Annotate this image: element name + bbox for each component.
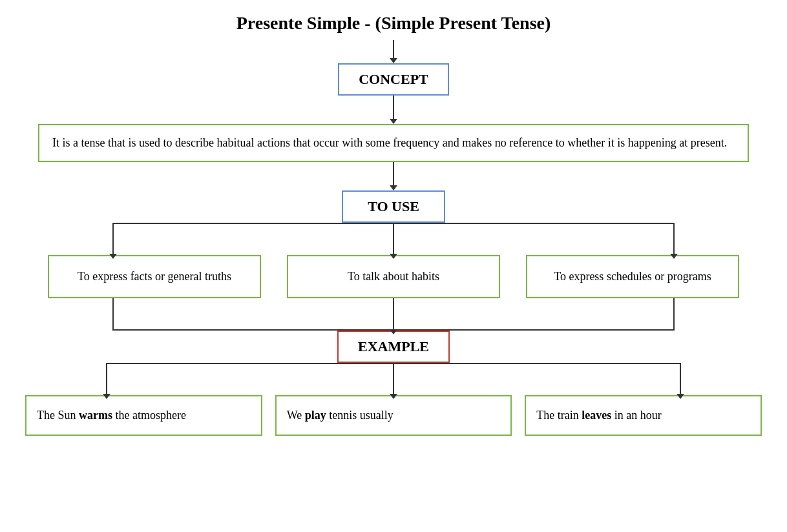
example-train: The train leaves in an hour [525,395,762,436]
arrow-to-touse [390,162,397,190]
page-title: Presente Simple - (Simple Present Tense) [236,13,551,34]
branch-from-example [19,363,768,395]
concept-box: CONCEPT [338,63,449,96]
example-tennis: We play tennis usually [275,395,512,436]
example-sun-suffix: the atmosphere [112,409,186,422]
example-box: EXAMPLE [337,331,450,363]
example-train-prefix: The train [536,409,582,422]
concept-description: It is a tense that is used to describe h… [38,124,749,162]
example-tennis-bold: play [305,409,326,422]
examples-row: The Sun warms the atmosphere We play ten… [19,395,768,436]
use-cases-row: To express facts or general truths To ta… [19,255,768,298]
use-case-schedules: To express schedules or programs [526,255,739,298]
use-case-facts: To express facts or general truths [48,255,261,298]
example-tennis-suffix: tennis usually [326,409,394,422]
arrow-to-concept [390,40,397,63]
flowchart: Presente Simple - (Simple Present Tense)… [13,13,774,436]
branch-to-example [19,298,768,331]
example-train-bold: leaves [582,409,611,422]
example-tennis-prefix: We [287,409,305,422]
example-sun: The Sun warms the atmosphere [25,395,262,436]
arrow-to-desc [390,96,397,124]
use-case-habits: To talk about habits [287,255,500,298]
branch-from-touse [19,223,768,255]
to-use-box: TO USE [342,190,445,223]
example-sun-prefix: The Sun [37,409,79,422]
example-sun-bold: warms [79,409,112,422]
example-train-suffix: in an hour [611,409,661,422]
